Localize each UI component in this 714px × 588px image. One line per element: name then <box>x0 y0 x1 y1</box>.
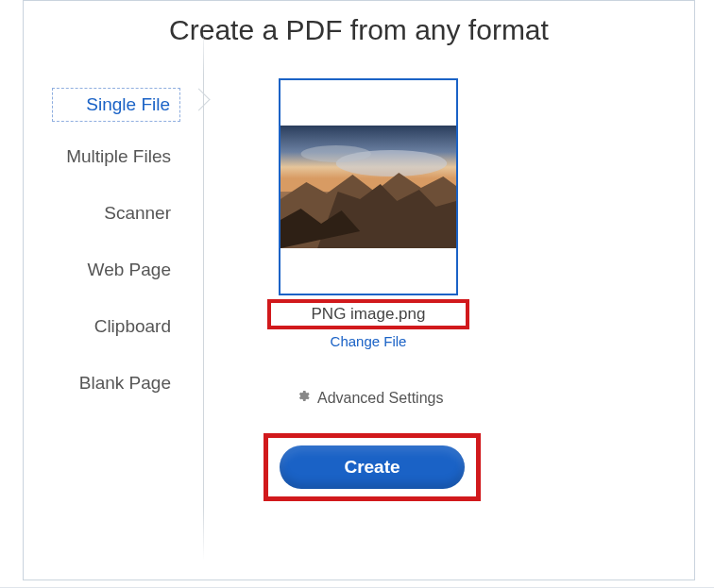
panel-body: Single File Multiple Files Scanner Web P… <box>24 69 694 572</box>
sidebar-item-scanner[interactable]: Scanner <box>24 192 197 235</box>
gear-icon <box>296 389 310 407</box>
sidebar-item-label: Single File <box>86 94 170 114</box>
sidebar-item-label: Scanner <box>104 203 171 223</box>
preview-thumbnail <box>280 126 456 248</box>
sidebar-item-blank-page[interactable]: Blank Page <box>24 361 197 405</box>
vertical-divider <box>203 20 204 561</box>
sidebar-item-web-page[interactable]: Web Page <box>24 248 197 292</box>
sidebar-item-multiple-files[interactable]: Multiple Files <box>24 135 197 178</box>
source-sidebar: Single File Multiple Files Scanner Web P… <box>24 69 203 572</box>
change-file-link[interactable]: Change File <box>279 333 458 349</box>
filename-highlight: PNG image.png <box>267 299 469 329</box>
sidebar-item-clipboard[interactable]: Clipboard <box>24 305 197 348</box>
create-button[interactable]: Create <box>280 445 465 489</box>
advanced-settings-link[interactable]: Advanced Settings <box>279 389 694 407</box>
sidebar-item-label: Blank Page <box>79 373 171 393</box>
sidebar-item-label: Multiple Files <box>66 146 171 166</box>
main-area: PNG image.png Change File Advanced Setti… <box>203 69 694 572</box>
sidebar-item-label: Clipboard <box>94 316 171 336</box>
file-preview[interactable] <box>279 78 458 295</box>
create-highlight: Create <box>264 433 481 501</box>
filename-text: PNG image.png <box>312 305 426 323</box>
svg-point-2 <box>301 145 371 162</box>
create-pdf-panel: Create a PDF from any format Single File… <box>23 0 695 580</box>
sidebar-item-single-file[interactable]: Single File <box>52 88 180 122</box>
panel-title: Create a PDF from any format <box>24 1 694 69</box>
sidebar-item-label: Web Page <box>88 260 171 279</box>
advanced-settings-label: Advanced Settings <box>317 390 443 407</box>
